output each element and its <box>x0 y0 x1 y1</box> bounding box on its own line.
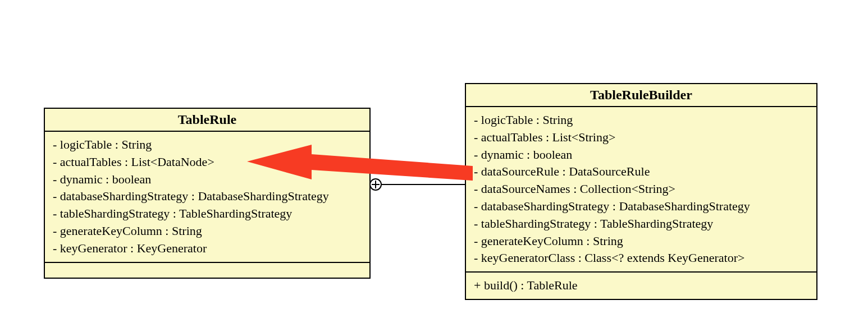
attr-row: - databaseShardingStrategy : DatabaseSha… <box>53 188 362 205</box>
class-operations: + build() : TableRule <box>466 273 816 299</box>
attr-row: - dataSourceNames : Collection<String> <box>474 181 808 198</box>
attr-row: - keyGeneratorClass : Class<? extends Ke… <box>474 250 808 267</box>
attr-row: - dynamic : boolean <box>53 171 362 188</box>
class-tablerulebuilder: TableRuleBuilder - logicTable : String -… <box>465 83 817 300</box>
attr-row: - tableShardingStrategy : TableShardingS… <box>53 205 362 223</box>
attr-row: - tableShardingStrategy : TableShardingS… <box>474 215 808 233</box>
class-attributes: - logicTable : String - actualTables : L… <box>45 132 369 263</box>
attr-row: - dataSourceRule : DataSourceRule <box>474 163 808 181</box>
nesting-connector-icon <box>369 178 382 191</box>
attr-row: - dynamic : boolean <box>474 146 808 164</box>
attr-row: - generateKeyColumn : String <box>53 223 362 240</box>
op-row: + build() : TableRule <box>474 277 808 294</box>
attr-row: - generateKeyColumn : String <box>474 233 808 250</box>
uml-diagram: TableRule - logicTable : String - actual… <box>0 0 868 323</box>
attr-row: - logicTable : String <box>474 112 808 129</box>
attr-row: - actualTables : List<DataNode> <box>53 154 362 171</box>
attr-row: - logicTable : String <box>53 136 362 154</box>
class-tablerule: TableRule - logicTable : String - actual… <box>44 108 371 279</box>
class-title: TableRuleBuilder <box>466 84 816 107</box>
attr-row: - keyGenerator : KeyGenerator <box>53 240 362 257</box>
class-operations <box>45 263 369 278</box>
attr-row: - actualTables : List<String> <box>474 129 808 146</box>
attr-row: - databaseShardingStrategy : DatabaseSha… <box>474 198 808 215</box>
class-attributes: - logicTable : String - actualTables : L… <box>466 107 816 273</box>
class-title: TableRule <box>45 109 369 132</box>
